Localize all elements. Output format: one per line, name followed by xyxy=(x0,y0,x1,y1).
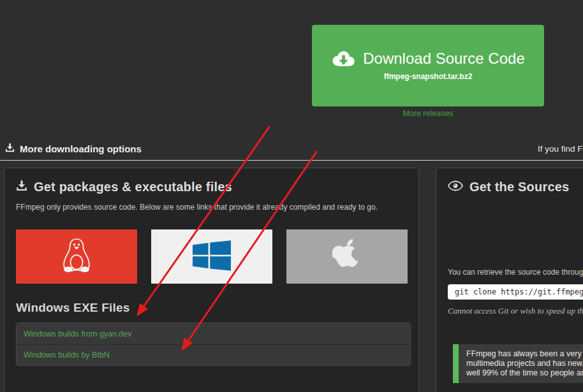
donate-note: If you find FFmpeg useful, you are welco… xyxy=(538,144,583,154)
link-windows-builds-btbn[interactable]: Windows builds by BtbN xyxy=(17,344,410,365)
sources-panel-title: Get the Sources xyxy=(448,179,583,194)
windows-platform-button[interactable] xyxy=(151,229,272,284)
download-button-filename: ffmpeg-snapshot.tar.bz2 xyxy=(384,72,473,81)
windows-exe-files-heading: Windows EXE Files xyxy=(16,300,411,315)
download-icon xyxy=(5,143,15,154)
more-downloading-options-label: More downloading options xyxy=(20,143,142,154)
sources-panel: Get the Sources You can retrieve the sou… xyxy=(436,168,583,392)
link-windows-builds-gyan[interactable]: Windows builds from gyan.dev xyxy=(17,323,410,344)
sources-intro-text: You can retrieve the source code through… xyxy=(448,268,583,277)
section-divider xyxy=(0,160,583,161)
windows-builds-list: Windows builds from gyan.dev Windows bui… xyxy=(16,323,411,366)
blockquote-line: well 99% of the time so people are not a… xyxy=(466,368,583,378)
packages-panel: Get packages & executable files FFmpeg o… xyxy=(4,168,419,392)
blockquote-line: multimedia projects and has new features… xyxy=(466,359,583,368)
snapshot-blockquote: FFmpeg has always been a very experiment… xyxy=(453,344,583,383)
more-releases-link[interactable]: More releases xyxy=(312,109,544,118)
git-tarball-note: Cannot access Git or wish to speed up th… xyxy=(448,306,583,316)
blockquote-line: FFmpeg has always been a very experiment… xyxy=(466,349,583,359)
more-downloading-options-heading: More downloading options xyxy=(5,143,142,154)
eye-icon xyxy=(448,179,463,194)
download-icon xyxy=(16,179,27,194)
git-clone-command: git clone https://git.ffmpeg.org/ffmpeg.… xyxy=(448,284,583,300)
download-source-code-button[interactable]: Download Source Code ffmpeg-snapshot.tar… xyxy=(312,25,544,106)
apple-logo-icon xyxy=(332,238,362,275)
cloud-download-icon xyxy=(331,50,355,67)
platform-boxes xyxy=(16,229,411,284)
mac-platform-button[interactable] xyxy=(286,229,408,284)
download-button-title: Download Source Code xyxy=(363,50,525,67)
linux-platform-button[interactable] xyxy=(16,229,137,284)
packages-panel-description: FFmpeg only provides source code. Below … xyxy=(16,203,411,212)
packages-panel-title: Get packages & executable files xyxy=(16,179,411,194)
windows-logo-icon xyxy=(193,240,231,273)
linux-tux-icon xyxy=(60,237,93,277)
